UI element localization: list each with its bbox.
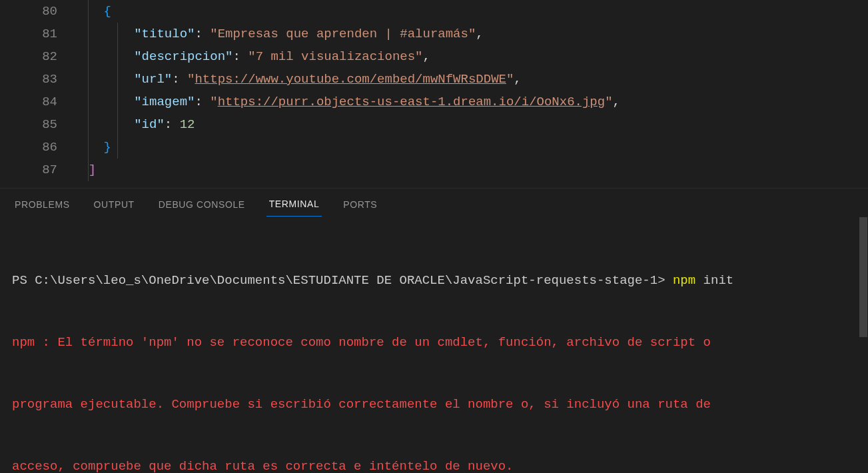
code-line[interactable]: "url": "https://www.youtube.com/embed/mw… — [73, 68, 868, 91]
line-number: 81 — [0, 23, 57, 45]
line-number: 87 — [0, 159, 57, 181]
json-key: "id" — [134, 117, 165, 132]
tab-problems[interactable]: PROBLEMS — [12, 195, 73, 217]
code-line[interactable]: ] — [73, 159, 868, 181]
tab-output[interactable]: OUTPUT — [91, 195, 137, 217]
brace-open: { — [104, 4, 111, 19]
terminal-panel[interactable]: PS C:\Users\leo_s\OneDrive\Documents\EST… — [0, 217, 868, 473]
line-number: 86 — [0, 136, 57, 159]
tab-ports[interactable]: PORTS — [340, 195, 380, 217]
json-key: "url" — [134, 72, 172, 87]
line-number-gutter: 80 81 82 83 84 85 86 87 — [0, 0, 73, 188]
line-number: 83 — [0, 68, 57, 91]
tab-terminal[interactable]: TERMINAL — [266, 195, 322, 217]
json-key: "descripcion" — [134, 49, 232, 64]
terminal-line: PS C:\Users\leo_s\OneDrive\Documents\EST… — [12, 270, 856, 291]
code-line[interactable]: "descripcion": "7 mil visualizaciones", — [73, 45, 868, 68]
json-key: "titulo" — [134, 27, 195, 41]
line-number: 85 — [0, 113, 57, 136]
code-line[interactable]: "id": 12 — [73, 113, 868, 136]
line-number: 82 — [0, 45, 57, 68]
tab-debug-console[interactable]: DEBUG CONSOLE — [156, 195, 248, 217]
terminal-prompt: PS C:\Users\leo_s\OneDrive\Documents\EST… — [12, 273, 673, 288]
line-number: 80 — [0, 0, 57, 23]
code-line[interactable]: "imagem": "https://purr.objects-us-east-… — [73, 91, 868, 113]
json-key: "imagem" — [134, 95, 195, 109]
terminal-command-args: init — [695, 273, 733, 288]
json-string: "Empresas que aprenden | #aluramás" — [210, 27, 476, 41]
terminal-command: npm — [673, 273, 695, 288]
json-url[interactable]: https://purr.objects-us-east-1.dream.io/… — [218, 95, 606, 109]
code-editor[interactable]: 80 81 82 83 84 85 86 87 { "titulo": "Emp… — [0, 0, 868, 188]
code-line[interactable]: { — [73, 0, 868, 23]
line-number: 84 — [0, 91, 57, 113]
json-string: "7 mil visualizaciones" — [248, 49, 422, 64]
terminal-error-line: acceso, compruebe que dicha ruta es corr… — [12, 456, 856, 473]
json-number: 12 — [180, 117, 195, 132]
brace-close: } — [104, 140, 111, 155]
code-content[interactable]: { "titulo": "Empresas que aprenden | #al… — [73, 0, 868, 188]
bracket-close: ] — [89, 163, 96, 177]
scrollbar-thumb[interactable] — [859, 217, 867, 337]
terminal-error-line: programa ejecutable. Compruebe si escrib… — [12, 394, 856, 415]
json-url[interactable]: https://www.youtube.com/embed/mwNfWRsDDW… — [195, 72, 506, 87]
terminal-scrollbar[interactable] — [859, 217, 868, 473]
terminal-error-line: npm : El término 'npm' no se reconoce co… — [12, 332, 856, 353]
panel-tab-bar: PROBLEMS OUTPUT DEBUG CONSOLE TERMINAL P… — [0, 188, 868, 217]
code-line[interactable]: } — [73, 136, 868, 159]
code-line[interactable]: "titulo": "Empresas que aprenden | #alur… — [73, 23, 868, 45]
